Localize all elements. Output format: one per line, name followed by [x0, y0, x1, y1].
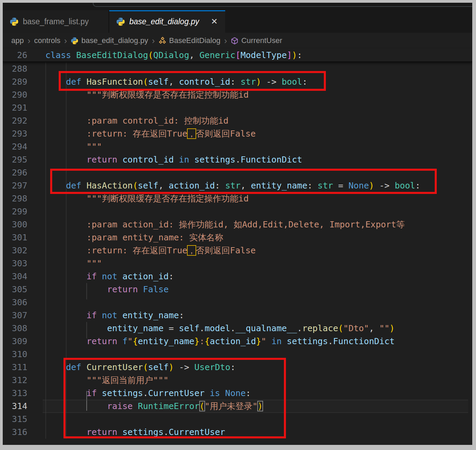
line-number[interactable]: 310: [3, 348, 27, 361]
line-number[interactable]: 305: [3, 283, 27, 296]
code-line[interactable]: 295 return control_id in settings.Functi…: [3, 153, 472, 166]
python-icon: [10, 17, 19, 26]
titlebar-strip: [3, 3, 472, 10]
code-line-text: return f"{entity_name}:{action_id}" in s…: [45, 335, 395, 348]
code-line-text: if not entity_name:: [45, 309, 184, 322]
code-line[interactable]: 308 entity_name = self.model.__qualname_…: [3, 322, 472, 335]
line-number[interactable]: 290: [3, 88, 27, 101]
chevron-right-icon: ›: [152, 36, 155, 46]
tab-label: base_frame_list.py: [23, 17, 89, 26]
code-editor[interactable]: 26 class BaseEditDialog(QDialog, Generic…: [3, 48, 472, 445]
code-line[interactable]: 291: [3, 101, 472, 114]
breadcrumb-item-controls[interactable]: controls: [34, 36, 60, 45]
line-number[interactable]: 311: [3, 361, 27, 374]
line-number[interactable]: 298: [3, 192, 27, 205]
code-line[interactable]: 301 :param entity_name: 实体名称: [3, 231, 472, 244]
tab-base-frame-list[interactable]: base_frame_list.py: [3, 10, 109, 33]
line-number[interactable]: 307: [3, 309, 27, 322]
line-number[interactable]: 306: [3, 296, 27, 309]
code-line[interactable]: 304 if not action_id:: [3, 270, 472, 283]
breadcrumb-item-file[interactable]: base_edit_dialog.py: [71, 36, 148, 45]
line-number[interactable]: 289: [3, 75, 27, 88]
line-number[interactable]: 291: [3, 101, 27, 114]
chevron-right-icon: ›: [64, 36, 67, 46]
code-line-text: return False: [45, 283, 169, 296]
breadcrumb: app › controls › base_edit_dialog.py ›: [3, 33, 472, 48]
chevron-right-icon: ›: [28, 36, 30, 46]
annotation-box-hasfunction: [59, 71, 326, 91]
code-line[interactable]: 294 """: [3, 140, 472, 153]
code-line-text: """判断权限缓存是否存在指定操作功能id: [45, 192, 249, 205]
code-line[interactable]: 303 """: [3, 257, 472, 270]
code-line[interactable]: 300 :param action_id: 操作功能id, 如Add,Edit,…: [3, 218, 472, 231]
tab-base-edit-dialog[interactable]: base_edit_dialog.py ✕: [109, 10, 225, 33]
code-line-text: :param action_id: 操作功能id, 如Add,Edit,Dele…: [45, 218, 405, 231]
annotation-box-hasaction: [50, 169, 437, 194]
annotation-box-currentuser: [63, 358, 286, 438]
line-number[interactable]: 312: [3, 374, 27, 387]
screenshot-frame: base_frame_list.py base_edit_dialog.py ✕…: [0, 0, 476, 450]
code-line[interactable]: 298 """判断权限缓存是否存在指定操作功能id: [3, 192, 472, 205]
line-number[interactable]: 304: [3, 270, 27, 283]
line-number[interactable]: 303: [3, 257, 27, 270]
breadcrumb-item-method[interactable]: CurrentUser: [231, 36, 282, 45]
code-line-text: :return: 存在返回True，否则返回False: [45, 244, 256, 257]
class-icon: [158, 37, 166, 45]
overlay-panel-edge: [93, 3, 472, 7]
line-number[interactable]: 294: [3, 140, 27, 153]
code-area[interactable]: 288289 def HasFunction(self, control_id:…: [3, 62, 472, 439]
line-number[interactable]: 314: [3, 400, 27, 413]
method-icon: [231, 37, 239, 45]
line-number[interactable]: 315: [3, 413, 27, 426]
python-icon: [71, 37, 78, 45]
python-icon: [116, 17, 125, 26]
line-number[interactable]: 296: [3, 166, 27, 179]
sticky-scroll-line[interactable]: 26 class BaseEditDialog(QDialog, Generic…: [3, 48, 472, 62]
code-line[interactable]: 302 :return: 存在返回True，否则返回False: [3, 244, 472, 257]
close-icon[interactable]: ✕: [210, 17, 218, 26]
line-number[interactable]: 297: [3, 179, 27, 192]
breadcrumb-item-class[interactable]: BaseEditDialog: [158, 36, 220, 45]
code-line[interactable]: 293 :return: 存在返回True，否则返回False: [3, 127, 472, 140]
line-number[interactable]: 308: [3, 322, 27, 335]
code-line-text: :return: 存在返回True，否则返回False: [45, 127, 256, 140]
code-line[interactable]: 299: [3, 205, 472, 218]
line-number[interactable]: 293: [3, 127, 27, 140]
line-number[interactable]: 26: [3, 50, 27, 60]
code-line-text: """: [45, 140, 102, 153]
line-number[interactable]: 309: [3, 335, 27, 348]
breadcrumb-item-app[interactable]: app: [11, 36, 24, 45]
code-line-text: :param control_id: 控制功能id: [45, 114, 229, 127]
tab-label: base_edit_dialog.py: [129, 17, 199, 26]
vscode-window: base_frame_list.py base_edit_dialog.py ✕…: [3, 3, 472, 445]
chevron-right-icon: ›: [224, 36, 227, 46]
code-line[interactable]: 306: [3, 296, 472, 309]
code-line-text: :param entity_name: 实体名称: [45, 231, 223, 244]
code-line-text: entity_name = self.model.__qualname__.re…: [45, 322, 395, 335]
line-number[interactable]: 288: [3, 62, 27, 75]
line-number[interactable]: 295: [3, 153, 27, 166]
code-line[interactable]: 309 return f"{entity_name}:{action_id}" …: [3, 335, 472, 348]
line-number[interactable]: 316: [3, 426, 27, 439]
line-number[interactable]: 300: [3, 218, 27, 231]
line-number[interactable]: 292: [3, 114, 27, 127]
line-number[interactable]: 299: [3, 205, 27, 218]
line-number[interactable]: 301: [3, 231, 27, 244]
code-line[interactable]: 292 :param control_id: 控制功能id: [3, 114, 472, 127]
code-line[interactable]: 307 if not entity_name:: [3, 309, 472, 322]
editor-tab-bar: base_frame_list.py base_edit_dialog.py ✕: [3, 10, 472, 33]
code-line-text: """: [45, 257, 102, 270]
line-number[interactable]: 302: [3, 244, 27, 257]
code-line-text: return control_id in settings.FunctionDi…: [45, 153, 302, 166]
sticky-code: class BaseEditDialog(QDialog, Generic[Mo…: [45, 50, 302, 60]
code-line-text: if not action_id:: [45, 270, 174, 283]
line-number[interactable]: 313: [3, 387, 27, 400]
code-line[interactable]: 305 return False: [3, 283, 472, 296]
